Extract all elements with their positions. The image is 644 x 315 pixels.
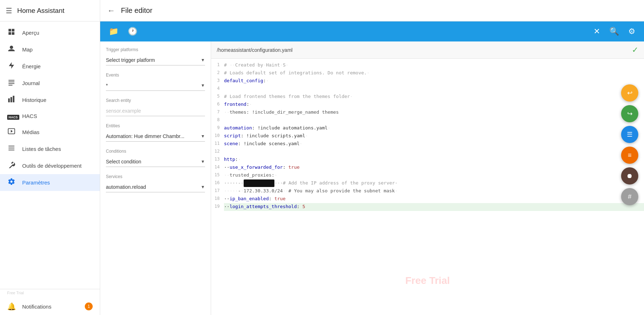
line-number: 9 <box>211 124 224 132</box>
line-content[interactable]: # Load frontend themes from the themes f… <box>224 93 644 101</box>
table-row: 4 <box>211 85 644 93</box>
line-content[interactable]: script: !include scripts.yaml· <box>224 132 644 140</box>
conditions-select[interactable]: Select condition ▼ <box>106 157 205 167</box>
redo-fab[interactable]: ↪ <box>621 105 638 122</box>
svg-rect-16 <box>9 148 15 148</box>
record-fab[interactable]: ⏺ <box>621 167 638 184</box>
listes-taches-icon <box>7 144 16 154</box>
services-section: Services automation.reload ▼ <box>106 174 205 192</box>
search-icon[interactable]: 🔍 <box>606 24 622 39</box>
close-icon[interactable]: ✕ <box>591 24 603 39</box>
parametres-icon <box>7 178 16 187</box>
line-content[interactable]: scene: !include scenes.yaml· <box>224 140 644 148</box>
svg-point-4 <box>10 46 13 49</box>
line-content[interactable] <box>224 148 644 156</box>
svg-marker-14 <box>11 130 13 132</box>
line-number: 3 <box>211 77 224 85</box>
line-number: 6 <box>211 101 224 109</box>
folder-icon[interactable]: 📁 <box>106 24 121 39</box>
services-value: automation.reload <box>106 184 146 190</box>
sidebar-item-listes-taches[interactable]: Listes de tâches <box>0 141 100 157</box>
list-fab[interactable]: ☰ <box>621 126 638 143</box>
svg-rect-0 <box>9 29 11 31</box>
svg-rect-2 <box>9 32 11 35</box>
table-row: 15··trusted_proxies:· <box>211 172 644 179</box>
events-select[interactable]: * ▼ <box>106 80 205 91</box>
trigger-platform-value: Select trigger platform <box>106 57 155 63</box>
line-content[interactable]: ·····-·172.30.33.0/24··# You may also pr… <box>224 187 644 195</box>
file-path-bar: /homeassistant/configuration.yaml ✓ <box>211 41 644 59</box>
line-content[interactable]: ··ip_ban_enabled: true <box>224 195 644 203</box>
sidebar-item-apercu[interactable]: Aperçu <box>0 24 100 41</box>
map-icon <box>7 45 16 54</box>
line-content[interactable] <box>224 85 644 93</box>
hacs-icon: HACS <box>7 112 16 120</box>
sidebar-label-hacs: HACS <box>22 113 37 119</box>
bell-icon: 🔔 <box>7 302 16 311</box>
svg-rect-11 <box>10 97 12 103</box>
line-number: 11 <box>211 140 224 148</box>
line-content[interactable]: default_config:· <box>224 77 644 85</box>
table-row: 12 <box>211 148 644 156</box>
sidebar-item-journal[interactable]: Journal <box>0 75 100 92</box>
table-row: 16·····-· ···# Add the IP address of the… <box>211 179 644 187</box>
line-number: 15 <box>211 172 224 179</box>
undo-fab[interactable]: ↩ <box>621 84 638 102</box>
apercu-icon <box>7 28 16 38</box>
line-number: 2 <box>211 69 224 77</box>
line-content[interactable]: ··use_x_forwarded_for: true <box>224 164 644 172</box>
line-content[interactable]: ··themes: !include_dir_merge_named theme… <box>224 109 644 117</box>
notification-badge: 1 <box>85 302 93 310</box>
line-content[interactable]: ··login_attempts_threshold: 5 <box>224 203 644 211</box>
line-content[interactable]: # Loads default set of integrations. Do … <box>224 69 644 77</box>
sidebar-item-outils[interactable]: Outils de développement <box>0 157 100 174</box>
code-editor[interactable]: 1# ··Created·by·Haint·S·2# Loads default… <box>211 59 644 315</box>
line-number: 8 <box>211 117 224 124</box>
line-content[interactable]: http:· <box>224 156 644 164</box>
trigger-platform-select[interactable]: Select trigger platform ▼ <box>106 55 205 65</box>
table-row: 9automation: !include automations.yaml· <box>211 124 644 132</box>
line-content[interactable]: ·····-· ···# Add the IP address of the p… <box>224 179 644 187</box>
sidebar-item-historique[interactable]: Historique <box>0 92 100 108</box>
entities-select[interactable]: Automation: Hue dimmer Chambr... ▼ <box>106 131 205 142</box>
search-entity-input[interactable] <box>106 106 205 116</box>
right-panel: /homeassistant/configuration.yaml ✓ 1# ·… <box>211 41 644 315</box>
line-content[interactable]: automation: !include automations.yaml· <box>224 124 644 132</box>
line-number: 4 <box>211 85 224 93</box>
sidebar-item-notifications[interactable]: 🔔 Notifications 1 <box>0 298 100 315</box>
entities-arrow: ▼ <box>201 134 205 139</box>
save-icon[interactable]: ✓ <box>632 45 638 55</box>
outils-icon <box>7 161 16 171</box>
line-content[interactable] <box>224 117 644 124</box>
svg-rect-15 <box>9 146 15 147</box>
sidebar-item-hacs[interactable]: HACS HACS <box>0 108 100 124</box>
line-content[interactable]: ··trusted_proxies:· <box>224 172 644 179</box>
fab-container: ↩ ↪ ☰ ≡ ⏺ # <box>621 84 638 205</box>
sidebar-item-parametres[interactable]: Paramètres <box>0 174 100 191</box>
notifications-label: Notifications <box>22 304 52 310</box>
history-icon[interactable]: 🕐 <box>125 24 140 39</box>
line-number: 13 <box>211 156 224 164</box>
line-number: 1 <box>211 61 224 69</box>
historique-icon <box>7 95 16 105</box>
hacs-icon: HACS <box>7 115 19 120</box>
hash-fab[interactable]: # <box>621 188 638 205</box>
line-number: 12 <box>211 148 224 156</box>
menu-icon[interactable]: ☰ <box>6 6 12 15</box>
back-button[interactable]: ← <box>107 6 115 15</box>
sidebar-item-energie[interactable]: Énergie <box>0 58 100 75</box>
sidebar-item-map[interactable]: Map <box>0 41 100 58</box>
trigger-platforms-label: Trigger platforms <box>106 47 205 52</box>
sidebar-item-medias[interactable]: Médias <box>0 124 100 141</box>
settings-icon[interactable]: ⚙ <box>625 24 638 39</box>
table-row: 7··themes: !include_dir_merge_named them… <box>211 109 644 117</box>
sidebar-label-energie: Énergie <box>22 63 41 69</box>
list2-fab[interactable]: ≡ <box>621 147 638 164</box>
events-section: Events * ▼ <box>106 73 205 91</box>
content-area: Trigger platforms Select trigger platfor… <box>100 41 644 315</box>
file-path: /homeassistant/configuration.yaml <box>217 47 632 53</box>
line-content[interactable]: # ··Created·by·Haint·S· <box>224 61 644 69</box>
services-select[interactable]: automation.reload ▼ <box>106 182 205 192</box>
svg-rect-3 <box>12 32 14 35</box>
line-content[interactable]: frontend:· <box>224 101 644 109</box>
